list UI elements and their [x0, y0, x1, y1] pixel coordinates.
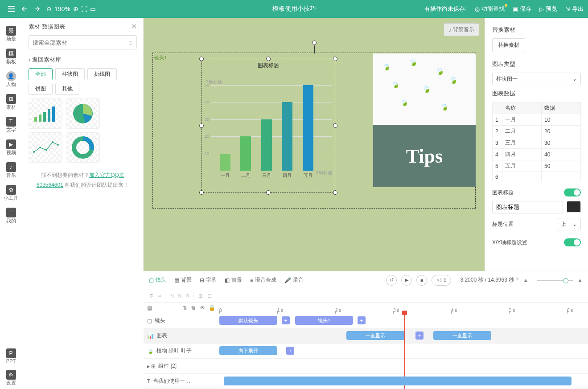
redo-button[interactable]: [32, 6, 40, 12]
resize-handle[interactable]: [199, 57, 204, 61]
close-assets-button[interactable]: ✕: [131, 22, 137, 31]
timeline-clip[interactable]: +: [282, 316, 290, 324]
lock-icon[interactable]: 🔒: [209, 305, 215, 311]
eye-icon[interactable]: 👁: [200, 305, 205, 311]
rail-ppt[interactable]: PPPT: [0, 346, 22, 366]
svg-rect-4: [52, 106, 55, 122]
rail-music[interactable]: ♪音乐: [0, 160, 22, 181]
rail-asset[interactable]: ⊞素材: [0, 91, 22, 113]
timeline-clip[interactable]: +: [286, 347, 294, 355]
table-row[interactable]: 6: [493, 172, 581, 182]
rail-mine[interactable]: ↑我的: [0, 205, 22, 227]
table-row[interactable]: 3三月30: [493, 137, 581, 149]
timeline-row[interactable]: 🍃 植物 绿叶 叶子向下展开+: [144, 344, 588, 359]
rail-person[interactable]: 👤人物: [0, 69, 22, 90]
table-row[interactable]: 4四月40: [493, 149, 581, 160]
timeline-clip[interactable]: +: [415, 332, 424, 340]
table-row[interactable]: 1一月10: [493, 114, 581, 126]
rail-template[interactable]: 模模板: [0, 46, 22, 68]
zoom-in-button[interactable]: ⊕: [73, 5, 78, 12]
title-color-swatch[interactable]: [567, 201, 581, 213]
title-position-select[interactable]: 上⌄: [557, 218, 581, 230]
timeline-clip[interactable]: 默认镜头: [219, 316, 277, 325]
rotate-handle[interactable]: [312, 41, 317, 45]
speed-button[interactable]: ×1.0: [432, 275, 451, 286]
asset-line-chart[interactable]: [29, 132, 62, 163]
table-row[interactable]: 5五月50: [493, 160, 581, 172]
resize-handle[interactable]: [266, 190, 271, 195]
help-text: 找不到想要的素材？加入官方QQ群 603564601 向我们的设计团队提出来！: [29, 171, 137, 190]
rail-video[interactable]: ▶视频: [0, 137, 22, 159]
tl-tab-shot[interactable]: ▢ 镜头: [149, 276, 166, 284]
timeline-clip[interactable]: [224, 377, 572, 385]
tab-line[interactable]: 折线图: [87, 68, 117, 80]
rail-scene[interactable]: 景场景: [0, 23, 22, 45]
preview-button[interactable]: ▷ 预览: [539, 5, 557, 13]
timeline-clip[interactable]: 一直显示: [346, 331, 404, 340]
chart-title-input[interactable]: [492, 201, 563, 213]
tab-all[interactable]: 全部: [29, 68, 53, 80]
timeline-zoom-slider[interactable]: [537, 280, 573, 281]
trash-icon[interactable]: 🗑: [191, 305, 196, 311]
search-box[interactable]: ⌕: [29, 35, 137, 49]
layers-icon[interactable]: ▤: [147, 305, 152, 311]
asset-pie-chart[interactable]: [66, 98, 100, 129]
sort-icon[interactable]: ⇅: [183, 305, 187, 311]
menu-button[interactable]: [4, 2, 19, 16]
tab-pie[interactable]: 饼图: [29, 83, 53, 95]
tl-tab-bg[interactable]: ▦ 背景: [174, 276, 192, 284]
data-table[interactable]: 名称数据 1一月102二月203三月304四月405五月506: [492, 102, 581, 182]
chart-title-toggle[interactable]: [564, 188, 581, 197]
zoom-tl-in[interactable]: ▲: [577, 277, 583, 283]
save-button[interactable]: ▣ 保存: [513, 5, 531, 13]
find-feature-button[interactable]: ◎ 功能查找: [475, 5, 505, 13]
resize-handle[interactable]: [333, 190, 337, 195]
timeline-clip[interactable]: +: [358, 316, 366, 324]
asset-donut-chart[interactable]: [66, 132, 100, 163]
timeline-row[interactable]: ▢ 镜头默认镜头+镜头1+: [144, 313, 588, 328]
tab-bar[interactable]: 柱状图: [55, 68, 85, 80]
chart-selection[interactable]: 图表标题 Y轴标题 X轴标题 1020304050一月二月三月四月五月: [201, 59, 335, 192]
resize-handle[interactable]: [333, 57, 337, 61]
table-row[interactable]: 2二月20: [493, 126, 581, 137]
zoom-tl-out[interactable]: ▲: [523, 277, 528, 283]
tl-tab-rec[interactable]: 🎤 录音: [284, 276, 304, 284]
resize-handle[interactable]: [199, 190, 204, 195]
undo-button[interactable]: [21, 6, 29, 12]
timeline-clip[interactable]: 一直显示: [433, 331, 491, 340]
tab-other[interactable]: 其他: [55, 83, 79, 95]
chart-type-select[interactable]: 柱状图一⌄: [492, 73, 581, 85]
timeline-row[interactable]: 📊 图表一直显示+一直显示: [144, 328, 588, 344]
play-button[interactable]: ▶: [401, 275, 412, 286]
tool2-icon[interactable]: ⌗: [158, 293, 161, 299]
export-button[interactable]: ⇲ 导出: [565, 5, 584, 13]
resize-handle[interactable]: [266, 57, 271, 61]
timeline-clip[interactable]: 向下展开: [219, 346, 277, 355]
resize-handle[interactable]: [199, 123, 204, 128]
back-button[interactable]: ‹ 返回素材库: [29, 56, 137, 64]
svg-rect-0: [34, 117, 37, 122]
rail-tool[interactable]: ✿小工具: [0, 182, 22, 204]
rail-text[interactable]: T文字: [0, 114, 22, 136]
tl-tab-tts[interactable]: ≡ 语音合成: [250, 276, 276, 284]
canvas-area[interactable]: ♪ 背景音乐 镜头1 图表标题 Y轴标题 X轴标题 1020304050一月二月…: [144, 18, 485, 271]
axis-title-toggle[interactable]: [564, 238, 581, 246]
fit-screen-button[interactable]: ⛶: [81, 5, 87, 12]
rewind-button[interactable]: ↺: [386, 275, 397, 286]
zoom-out-button[interactable]: ⊖: [46, 5, 52, 12]
replace-button[interactable]: 替换素材: [492, 38, 525, 52]
timeline-row[interactable]: ▸ ⊞ 组件 [2]: [144, 359, 588, 374]
asset-bar-chart[interactable]: [29, 98, 62, 129]
search-input[interactable]: [33, 39, 128, 46]
filter-icon[interactable]: ⚗: [149, 293, 154, 299]
search-icon[interactable]: ⌕: [128, 38, 133, 46]
timeline-clip[interactable]: 镜头1: [295, 316, 353, 325]
tips-card[interactable]: 🍃🍃 🍃🍃 🍃🍃 🍃🍃 Tips: [373, 53, 476, 187]
canvas-size-button[interactable]: ▭: [90, 5, 96, 12]
tl-tab-fg[interactable]: ◧ 前景: [225, 276, 242, 284]
resize-handle[interactable]: [333, 123, 337, 128]
stop-button[interactable]: ■: [416, 275, 427, 286]
rail-settings[interactable]: ⚙设置: [0, 367, 22, 389]
timeline-row[interactable]: T 当我们使用一…: [144, 374, 588, 389]
tl-tab-subtitle[interactable]: ⊟ 字幕: [200, 276, 217, 284]
